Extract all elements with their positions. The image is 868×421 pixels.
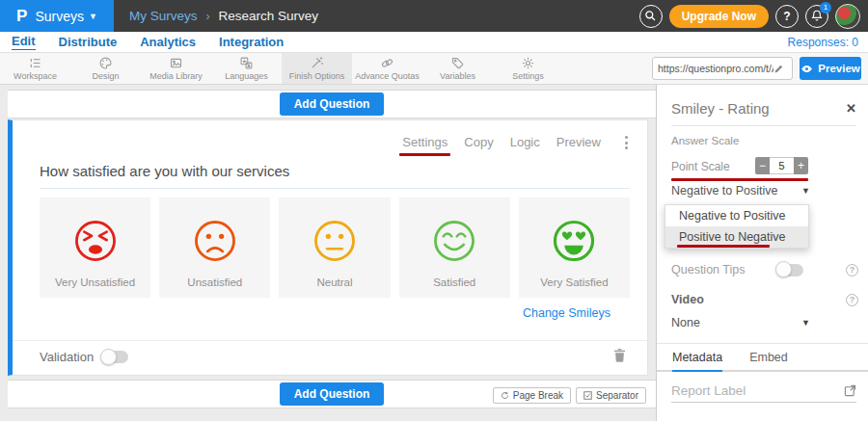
point-scale-label: Point Scale (671, 160, 730, 173)
survey-nav: Edit Distribute Analytics Integration Re… (0, 32, 868, 53)
report-label-input[interactable] (671, 383, 844, 398)
question-tips-toggle[interactable] (776, 264, 803, 276)
option-positive-to-negative[interactable]: Positive to Negative (665, 226, 808, 248)
scale-direction-value: Negative to Positive (671, 184, 777, 197)
add-question-bar-bottom: Add Question Page Break Separator (8, 380, 656, 408)
option-negative-to-positive[interactable]: Negative to Positive (665, 205, 808, 226)
upgrade-now-button[interactable]: Upgrade Now (669, 5, 769, 28)
survey-url-field (652, 57, 793, 80)
user-avatar[interactable] (835, 4, 860, 29)
toolbar-label: Design (92, 71, 119, 81)
question-tips-row: Question Tips ? (671, 263, 858, 276)
questionpro-logo: P (16, 7, 27, 26)
toolbar-item-design[interactable]: Design (70, 53, 141, 84)
video-select[interactable]: None ▼ (671, 316, 810, 329)
notifications-bell-icon[interactable]: 1 (805, 5, 828, 28)
change-smileys-link[interactable]: Change Smileys (523, 306, 610, 320)
chevron-down-icon: ▼ (801, 318, 810, 328)
panel-tab-embed[interactable]: Embed (749, 351, 788, 370)
smiley-option-very-unsatisfied[interactable]: Very Unsatisfied (40, 197, 150, 298)
chevron-down-icon: ▼ (801, 186, 810, 196)
decrease-points-button[interactable]: − (755, 157, 770, 174)
page-break-button[interactable]: Page Break (493, 387, 571, 404)
annotation-underline-point-scale (671, 178, 808, 182)
toolbar-label: Settings (512, 71, 544, 81)
question-more-menu-icon[interactable] (623, 134, 630, 151)
video-help-icon[interactable]: ? (846, 294, 858, 306)
page-break-icon (501, 391, 509, 400)
toolbar-item-languages[interactable]: Languages (211, 53, 282, 84)
workspace-icon (28, 56, 42, 70)
question-tab-copy[interactable]: Copy (464, 135, 493, 149)
edit-url-pencil-icon[interactable] (773, 64, 784, 74)
magnifier-glyph (644, 10, 657, 22)
variables-tag-icon (450, 56, 465, 70)
question-title[interactable]: How satisfied are you with our services (40, 163, 289, 179)
add-question-button-bottom[interactable]: Add Question (280, 382, 385, 406)
smiley-label: Neutral (316, 276, 352, 288)
editor-toolbar: Workspace Design Media Library Languages… (0, 53, 868, 85)
smiley-option-unsatisfied[interactable]: Unsatisfied (159, 197, 270, 298)
toolbar-item-advance-quotas[interactable]: Advance Quotas (352, 53, 422, 84)
scale-direction-dropdown-menu: Negative to Positive Positive to Negativ… (665, 204, 809, 249)
increase-points-button[interactable]: + (794, 157, 808, 174)
toolbar-item-settings[interactable]: Settings (493, 53, 563, 84)
app-menu-label: Surveys (35, 9, 84, 24)
point-scale-value: 5 (770, 157, 794, 174)
toolbar-label: Workspace (14, 71, 57, 81)
very-unsatisfied-smiley-icon (71, 217, 120, 265)
breadcrumb-separator-icon: › (206, 10, 210, 23)
separator-button[interactable]: Separator (576, 387, 646, 404)
nav-tab-analytics[interactable]: Analytics (140, 35, 196, 50)
page-break-label: Page Break (513, 390, 563, 401)
toolbar-label: Finish Options (289, 71, 345, 81)
smiley-label: Satisfied (433, 276, 475, 288)
top-bar: P Surveys ▼ My Surveys › Research Survey… (0, 0, 868, 32)
chevron-down-icon: ▼ (89, 12, 97, 21)
validation-toggle[interactable] (101, 351, 128, 363)
toolbar-label: Media Library (149, 71, 203, 81)
question-tips-help-icon[interactable]: ? (846, 264, 858, 276)
toolbar-item-variables[interactable]: Variables (422, 53, 493, 84)
smiley-label: Unsatisfied (187, 276, 242, 288)
panel-tabs: Metadata Embed (657, 351, 868, 372)
preview-button[interactable]: Preview (800, 57, 861, 80)
smiley-label: Very Satisfied (540, 276, 608, 288)
smiley-label: Very Unsatisfied (55, 276, 135, 288)
unsatisfied-smiley-icon (191, 217, 239, 265)
smiley-option-neutral[interactable]: Neutral (279, 197, 390, 298)
point-scale-row: Point Scale − 5 + (671, 157, 808, 174)
smiley-option-very-satisfied[interactable]: Very Satisfied (519, 197, 630, 298)
toolbar-item-finish-options[interactable]: Finish Options (282, 53, 352, 84)
add-question-button-top[interactable]: Add Question (280, 92, 385, 116)
design-palette-icon (98, 56, 113, 70)
question-card: Settings Copy Logic Preview How satisfie… (8, 119, 648, 376)
smiley-option-satisfied[interactable]: Satisfied (399, 197, 510, 298)
responses-count[interactable]: Responses: 0 (788, 36, 858, 49)
video-select-value: None (671, 316, 700, 329)
very-satisfied-smiley-icon (550, 217, 598, 265)
help-icon[interactable]: ? (775, 5, 799, 28)
nav-tab-edit[interactable]: Edit (12, 34, 36, 50)
question-tab-settings[interactable]: Settings (402, 135, 448, 149)
search-icon[interactable] (639, 5, 663, 28)
preview-label: Preview (818, 63, 859, 74)
toggle-knob (775, 261, 792, 277)
delete-question-trash-icon[interactable] (613, 348, 626, 366)
nav-tab-integration[interactable]: Integration (219, 35, 284, 50)
question-tab-preview[interactable]: Preview (556, 135, 601, 149)
app-menu-surveys[interactable]: P Surveys ▼ (0, 0, 114, 32)
breadcrumb-my-surveys[interactable]: My Surveys (129, 9, 198, 23)
toolbar-item-workspace[interactable]: Workspace (0, 53, 70, 84)
open-external-icon[interactable] (844, 384, 856, 397)
toolbar-item-media-library[interactable]: Media Library (141, 53, 211, 84)
nav-tab-distribute[interactable]: Distribute (59, 35, 118, 50)
question-tab-logic[interactable]: Logic (510, 135, 540, 149)
report-label-row (671, 383, 856, 403)
panel-tab-metadata[interactable]: Metadata (672, 351, 722, 372)
toolbar-label: Advance Quotas (355, 71, 420, 81)
scale-direction-select[interactable]: Negative to Positive ▼ (671, 184, 810, 197)
toolbar-label: Variables (440, 71, 475, 81)
survey-url-input[interactable] (658, 63, 773, 74)
close-panel-icon[interactable]: ✕ (846, 101, 856, 116)
